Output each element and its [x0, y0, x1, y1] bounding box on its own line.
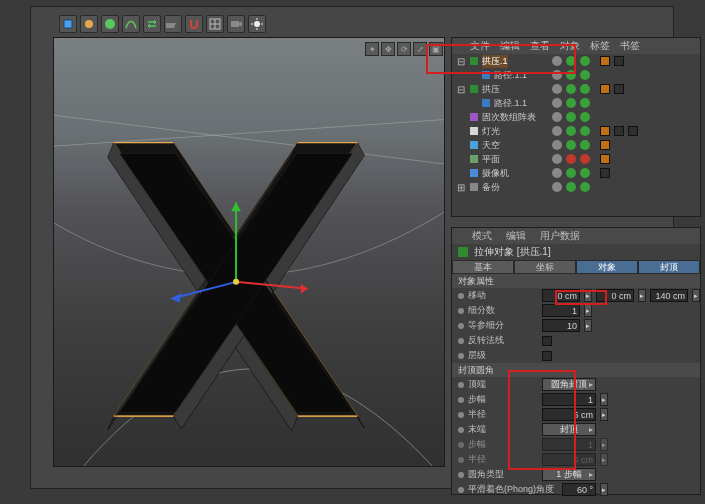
vis-dot[interactable]: [566, 112, 576, 122]
object-label[interactable]: 备份: [482, 181, 500, 194]
vis-dot[interactable]: [580, 84, 590, 94]
object-row[interactable]: 灯光: [452, 124, 700, 138]
cap-top-dropdown[interactable]: 圆角封顶: [542, 378, 596, 391]
tab-basic[interactable]: 基本: [452, 260, 514, 274]
tag-icon[interactable]: [600, 126, 610, 136]
tag-icon[interactable]: [614, 84, 624, 94]
object-label[interactable]: 摄像机: [482, 167, 509, 180]
object-row[interactable]: 摄像机: [452, 166, 700, 180]
object-row[interactable]: ⊟拱压.1: [452, 54, 700, 68]
object-label[interactable]: 路径.1.1: [494, 69, 527, 82]
tool-floor-icon[interactable]: [164, 15, 182, 33]
menu-edit[interactable]: 编辑: [500, 39, 520, 53]
radius1-input[interactable]: 5 cm: [542, 408, 596, 421]
vis-dot[interactable]: [552, 154, 562, 164]
tag-icon[interactable]: [614, 56, 624, 66]
menu-view[interactable]: 查看: [530, 39, 550, 53]
vis-dot[interactable]: [552, 70, 562, 80]
object-row[interactable]: 固次数组阵表: [452, 110, 700, 124]
menu-bookmarks[interactable]: 书签: [620, 39, 640, 53]
view-zoom-icon[interactable]: ⤢: [413, 42, 427, 56]
object-row[interactable]: ⊟拱压: [452, 82, 700, 96]
object-label[interactable]: 拱压: [482, 83, 500, 96]
iso-input[interactable]: 10: [542, 319, 580, 332]
vis-dot[interactable]: [580, 168, 590, 178]
expand-toggle[interactable]: ⊟: [456, 84, 466, 95]
steps1-input[interactable]: 1: [542, 393, 596, 406]
vis-dot[interactable]: [580, 182, 590, 192]
tool-brush-icon[interactable]: [80, 15, 98, 33]
viewport[interactable]: [53, 37, 445, 467]
move-x-spin[interactable]: ▸: [584, 289, 592, 302]
hierarchy-checkbox[interactable]: [542, 351, 552, 361]
subdiv-spin[interactable]: ▸: [584, 304, 592, 317]
object-label[interactable]: 天空: [482, 139, 500, 152]
move-x-input[interactable]: 0 cm: [542, 289, 580, 302]
menu-tags[interactable]: 标签: [590, 39, 610, 53]
object-label[interactable]: 固次数组阵表: [482, 111, 536, 124]
view-rot-icon[interactable]: ⟳: [397, 42, 411, 56]
vis-dot[interactable]: [552, 84, 562, 94]
move-z-input[interactable]: 140 cm: [650, 289, 688, 302]
vis-dot[interactable]: [580, 140, 590, 150]
view-axis-icon[interactable]: ✦: [365, 42, 379, 56]
move-z-spin[interactable]: ▸: [692, 289, 700, 302]
tag-icon[interactable]: [600, 56, 610, 66]
vis-dot[interactable]: [580, 56, 590, 66]
tab-caps[interactable]: 封顶: [638, 260, 700, 274]
tab-object[interactable]: 对象: [576, 260, 638, 274]
vis-dot[interactable]: [566, 70, 576, 80]
view-pan-icon[interactable]: ✥: [381, 42, 395, 56]
phong-input[interactable]: 60 °: [562, 483, 596, 496]
object-label[interactable]: 路径.1.1: [494, 97, 527, 110]
vis-dot[interactable]: [580, 98, 590, 108]
vis-dot[interactable]: [580, 126, 590, 136]
menu-file[interactable]: 文件: [470, 39, 490, 53]
vis-dot[interactable]: [566, 182, 576, 192]
vis-dot[interactable]: [566, 140, 576, 150]
tool-bezier-icon[interactable]: [122, 15, 140, 33]
vis-dot[interactable]: [552, 112, 562, 122]
reverse-checkbox[interactable]: [542, 336, 552, 346]
menu-userdata[interactable]: 用户数据: [540, 229, 580, 243]
subdiv-input[interactable]: 1: [542, 304, 580, 317]
menu-mode[interactable]: 模式: [472, 229, 492, 243]
object-label[interactable]: 平面: [482, 153, 500, 166]
vis-dot[interactable]: [552, 168, 562, 178]
tool-light-icon[interactable]: [248, 15, 266, 33]
tag-icon[interactable]: [600, 84, 610, 94]
vis-dot[interactable]: [552, 98, 562, 108]
vis-dot[interactable]: [566, 126, 576, 136]
tag-icon[interactable]: [614, 126, 624, 136]
tool-swap-icon[interactable]: [143, 15, 161, 33]
move-y-input[interactable]: 0 cm: [596, 289, 634, 302]
tool-cube-icon[interactable]: [59, 15, 77, 33]
object-row[interactable]: 天空: [452, 138, 700, 152]
vis-dot[interactable]: [552, 56, 562, 66]
cap-end-dropdown[interactable]: 封顶: [542, 423, 596, 436]
steps1-spin[interactable]: ▸: [600, 393, 608, 406]
expand-toggle[interactable]: ⊞: [456, 182, 466, 193]
vis-dot[interactable]: [552, 126, 562, 136]
vis-dot[interactable]: [580, 112, 590, 122]
tool-magnet-icon[interactable]: [185, 15, 203, 33]
object-row[interactable]: ⊞备份: [452, 180, 700, 194]
menu-object[interactable]: 对象: [560, 39, 580, 53]
tool-sphere-icon[interactable]: [101, 15, 119, 33]
phong-spin[interactable]: ▸: [600, 483, 608, 496]
tag-icon[interactable]: [600, 154, 610, 164]
tag-icon[interactable]: [628, 126, 638, 136]
tool-camera-icon[interactable]: [227, 15, 245, 33]
tag-icon[interactable]: [600, 140, 610, 150]
tag-icon[interactable]: [600, 168, 610, 178]
vis-dot[interactable]: [580, 154, 590, 164]
vis-dot[interactable]: [552, 182, 562, 192]
radius1-spin[interactable]: ▸: [600, 408, 608, 421]
vis-dot[interactable]: [566, 84, 576, 94]
view-frame-icon[interactable]: ▣: [429, 42, 443, 56]
vis-dot[interactable]: [566, 154, 576, 164]
object-row[interactable]: 平面: [452, 152, 700, 166]
move-y-spin[interactable]: ▸: [638, 289, 646, 302]
vis-dot[interactable]: [566, 168, 576, 178]
iso-spin[interactable]: ▸: [584, 319, 592, 332]
